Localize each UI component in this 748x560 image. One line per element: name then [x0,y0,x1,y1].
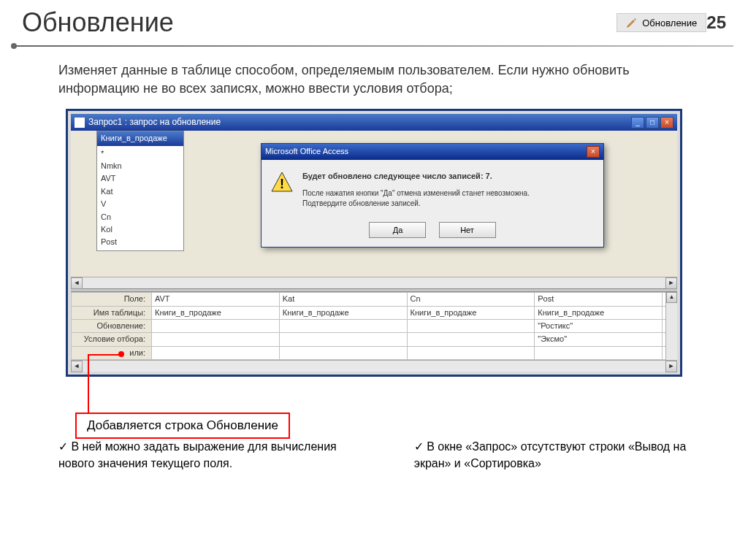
grid-cell[interactable] [279,346,407,359]
grid-cell[interactable]: "Ростикс" [535,319,663,332]
query-grid[interactable]: Поле: AVT Kat Cn Post Имя таблицы: Книги… [71,292,677,360]
bullet-right: В окне «Запрос» отсутствуют строки «Выво… [414,439,690,472]
yes-button[interactable]: Да [369,222,426,238]
row-label-criteria: Условие отбора: [72,333,152,346]
maximize-button[interactable]: □ [646,117,659,129]
grid-cell[interactable] [152,319,280,332]
dialog-title-text: Microsoft Office Access [265,146,348,157]
grid-cell[interactable]: Книги_в_продаже [152,306,280,319]
dialog-line2: Подтвердите обновление записей. [302,199,530,209]
close-button[interactable]: × [660,117,673,129]
grid-cell[interactable] [407,346,535,359]
slide-title: Обновление [22,7,558,38]
query-window-titlebar[interactable]: Запрос1 : запрос на обновление _ □ × [71,114,677,131]
grid-cell[interactable]: Cn [407,293,535,306]
hscrollbar-upper[interactable]: ◄ ► [71,277,677,288]
description-text: Изменяет данные в таблице способом, опре… [58,61,690,98]
update-toolbar-button[interactable]: Обновление [617,13,706,32]
page-number: 25 [706,12,726,33]
query-diagram-pane[interactable]: Книги_в_продаже * Nmkn AVT Kat V Cn Kol … [71,131,677,277]
grid-cell[interactable] [535,346,663,359]
scroll-right-icon[interactable]: ► [665,277,677,289]
grid-cell[interactable] [407,333,535,346]
grid-cell[interactable] [279,333,407,346]
grid-cell[interactable]: AVT [152,293,280,306]
query-window-title: Запрос1 : запрос на обновление [88,116,221,129]
field-list[interactable]: * Nmkn AVT Kat V Cn Kol Post [97,146,183,250]
scroll-right-icon[interactable]: ► [665,361,677,372]
field-item[interactable]: Kat [99,185,182,198]
scroll-up-icon[interactable]: ▲ [666,292,677,303]
row-label-table: Имя таблицы: [72,306,152,319]
grid-cell[interactable] [279,319,407,332]
dialog-titlebar[interactable]: Microsoft Office Access × [262,144,603,160]
field-item[interactable]: * [99,147,182,160]
callout-connector [88,354,121,413]
svg-text:!: ! [280,177,284,191]
grid-cell[interactable] [152,346,280,359]
confirm-dialog: Microsoft Office Access × ! Будет обновл… [261,143,604,248]
row-label-field: Поле: [72,293,152,306]
pencil-update-icon [626,17,638,28]
grid-cell[interactable]: Post [535,293,663,306]
scroll-left-icon[interactable]: ◄ [71,361,83,372]
grid-cell[interactable] [407,319,535,332]
no-button[interactable]: Нет [439,222,496,238]
field-item[interactable]: AVT [99,172,182,185]
table-fieldlist[interactable]: Книги_в_продаже * Nmkn AVT Kat V Cn Kol … [96,131,184,251]
header-divider [15,45,733,47]
field-item[interactable]: Nmkn [99,160,182,172]
table-name: Книги_в_продаже [97,131,183,145]
vscrollbar-grid[interactable]: ▲ [665,292,677,360]
grid-cell[interactable]: "Эксмо" [535,333,663,346]
query-window-icon [75,118,85,128]
update-button-label: Обновление [642,18,697,28]
grid-cell[interactable]: Книги_в_продаже [407,306,535,319]
callout-label: Добавляется строка Обновление [75,413,290,439]
screenshot-frame: Запрос1 : запрос на обновление _ □ × Кни… [66,109,682,377]
dialog-close-button[interactable]: × [587,146,600,158]
dialog-heading: Будет обновлено следующее число записей:… [302,171,530,182]
grid-cell[interactable] [152,333,280,346]
field-item[interactable]: Post [99,236,182,248]
warning-icon: ! [270,171,294,194]
field-item[interactable]: Kol [99,223,182,236]
field-item[interactable]: V [99,198,182,210]
query-design-window: Запрос1 : запрос на обновление _ □ × Кни… [71,114,677,372]
hscrollbar-grid[interactable]: ◄ ► [71,360,677,372]
dialog-line1: После нажатия кнопки "Да" отмена изменен… [302,188,530,199]
grid-cell[interactable]: Kat [279,293,407,306]
grid-cell[interactable]: Книги_в_продаже [535,306,663,319]
row-label-update: Обновление: [72,319,152,332]
scroll-left-icon[interactable]: ◄ [71,277,83,289]
grid-cell[interactable]: Книги_в_продаже [279,306,407,319]
field-item[interactable]: Cn [99,211,182,223]
bullet-left: В ней можно задать выражение для вычисле… [58,439,370,472]
minimize-button[interactable]: _ [631,117,644,129]
